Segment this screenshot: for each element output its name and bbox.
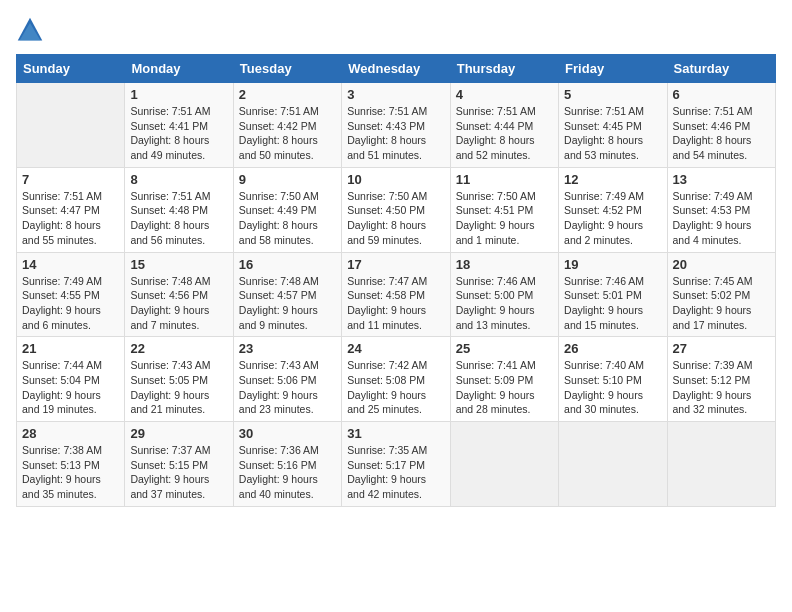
day-number: 25 — [456, 341, 553, 356]
day-number: 10 — [347, 172, 444, 187]
day-number: 29 — [130, 426, 227, 441]
day-cell: 23Sunrise: 7:43 AMSunset: 5:06 PMDayligh… — [233, 337, 341, 422]
week-row-1: 7Sunrise: 7:51 AMSunset: 4:47 PMDaylight… — [17, 167, 776, 252]
day-cell — [450, 422, 558, 507]
day-number: 23 — [239, 341, 336, 356]
day-number: 16 — [239, 257, 336, 272]
logo — [16, 16, 48, 44]
day-info: Sunrise: 7:36 AMSunset: 5:16 PMDaylight:… — [239, 443, 336, 502]
day-number: 14 — [22, 257, 119, 272]
header-sunday: Sunday — [17, 55, 125, 83]
day-info: Sunrise: 7:41 AMSunset: 5:09 PMDaylight:… — [456, 358, 553, 417]
header-thursday: Thursday — [450, 55, 558, 83]
header-tuesday: Tuesday — [233, 55, 341, 83]
day-number: 22 — [130, 341, 227, 356]
day-cell: 16Sunrise: 7:48 AMSunset: 4:57 PMDayligh… — [233, 252, 341, 337]
day-info: Sunrise: 7:51 AMSunset: 4:43 PMDaylight:… — [347, 104, 444, 163]
week-row-3: 21Sunrise: 7:44 AMSunset: 5:04 PMDayligh… — [17, 337, 776, 422]
day-cell: 30Sunrise: 7:36 AMSunset: 5:16 PMDayligh… — [233, 422, 341, 507]
day-number: 2 — [239, 87, 336, 102]
day-cell: 7Sunrise: 7:51 AMSunset: 4:47 PMDaylight… — [17, 167, 125, 252]
day-cell: 22Sunrise: 7:43 AMSunset: 5:05 PMDayligh… — [125, 337, 233, 422]
day-info: Sunrise: 7:51 AMSunset: 4:41 PMDaylight:… — [130, 104, 227, 163]
day-cell: 24Sunrise: 7:42 AMSunset: 5:08 PMDayligh… — [342, 337, 450, 422]
day-info: Sunrise: 7:51 AMSunset: 4:45 PMDaylight:… — [564, 104, 661, 163]
day-number: 4 — [456, 87, 553, 102]
calendar-table: SundayMondayTuesdayWednesdayThursdayFrid… — [16, 54, 776, 507]
day-info: Sunrise: 7:46 AMSunset: 5:01 PMDaylight:… — [564, 274, 661, 333]
day-number: 8 — [130, 172, 227, 187]
day-number: 19 — [564, 257, 661, 272]
day-cell: 1Sunrise: 7:51 AMSunset: 4:41 PMDaylight… — [125, 83, 233, 168]
day-number: 30 — [239, 426, 336, 441]
day-number: 6 — [673, 87, 770, 102]
day-info: Sunrise: 7:51 AMSunset: 4:44 PMDaylight:… — [456, 104, 553, 163]
day-number: 9 — [239, 172, 336, 187]
day-info: Sunrise: 7:47 AMSunset: 4:58 PMDaylight:… — [347, 274, 444, 333]
day-info: Sunrise: 7:48 AMSunset: 4:57 PMDaylight:… — [239, 274, 336, 333]
day-info: Sunrise: 7:51 AMSunset: 4:48 PMDaylight:… — [130, 189, 227, 248]
day-info: Sunrise: 7:44 AMSunset: 5:04 PMDaylight:… — [22, 358, 119, 417]
day-cell: 26Sunrise: 7:40 AMSunset: 5:10 PMDayligh… — [559, 337, 667, 422]
header-saturday: Saturday — [667, 55, 775, 83]
day-info: Sunrise: 7:48 AMSunset: 4:56 PMDaylight:… — [130, 274, 227, 333]
page-header — [16, 16, 776, 44]
day-cell — [667, 422, 775, 507]
day-number: 12 — [564, 172, 661, 187]
day-number: 17 — [347, 257, 444, 272]
day-cell — [17, 83, 125, 168]
day-cell: 14Sunrise: 7:49 AMSunset: 4:55 PMDayligh… — [17, 252, 125, 337]
day-info: Sunrise: 7:39 AMSunset: 5:12 PMDaylight:… — [673, 358, 770, 417]
day-info: Sunrise: 7:40 AMSunset: 5:10 PMDaylight:… — [564, 358, 661, 417]
day-info: Sunrise: 7:38 AMSunset: 5:13 PMDaylight:… — [22, 443, 119, 502]
day-number: 20 — [673, 257, 770, 272]
day-number: 1 — [130, 87, 227, 102]
day-number: 31 — [347, 426, 444, 441]
day-info: Sunrise: 7:42 AMSunset: 5:08 PMDaylight:… — [347, 358, 444, 417]
day-number: 21 — [22, 341, 119, 356]
day-number: 15 — [130, 257, 227, 272]
day-cell: 21Sunrise: 7:44 AMSunset: 5:04 PMDayligh… — [17, 337, 125, 422]
day-number: 18 — [456, 257, 553, 272]
day-number: 11 — [456, 172, 553, 187]
day-cell: 9Sunrise: 7:50 AMSunset: 4:49 PMDaylight… — [233, 167, 341, 252]
header-row: SundayMondayTuesdayWednesdayThursdayFrid… — [17, 55, 776, 83]
day-cell: 5Sunrise: 7:51 AMSunset: 4:45 PMDaylight… — [559, 83, 667, 168]
day-cell: 17Sunrise: 7:47 AMSunset: 4:58 PMDayligh… — [342, 252, 450, 337]
header-friday: Friday — [559, 55, 667, 83]
day-number: 7 — [22, 172, 119, 187]
day-cell: 28Sunrise: 7:38 AMSunset: 5:13 PMDayligh… — [17, 422, 125, 507]
day-info: Sunrise: 7:51 AMSunset: 4:42 PMDaylight:… — [239, 104, 336, 163]
day-info: Sunrise: 7:46 AMSunset: 5:00 PMDaylight:… — [456, 274, 553, 333]
day-cell: 20Sunrise: 7:45 AMSunset: 5:02 PMDayligh… — [667, 252, 775, 337]
day-cell: 2Sunrise: 7:51 AMSunset: 4:42 PMDaylight… — [233, 83, 341, 168]
day-info: Sunrise: 7:45 AMSunset: 5:02 PMDaylight:… — [673, 274, 770, 333]
day-number: 13 — [673, 172, 770, 187]
day-cell: 3Sunrise: 7:51 AMSunset: 4:43 PMDaylight… — [342, 83, 450, 168]
day-info: Sunrise: 7:49 AMSunset: 4:55 PMDaylight:… — [22, 274, 119, 333]
day-number: 24 — [347, 341, 444, 356]
day-number: 28 — [22, 426, 119, 441]
day-info: Sunrise: 7:50 AMSunset: 4:50 PMDaylight:… — [347, 189, 444, 248]
week-row-4: 28Sunrise: 7:38 AMSunset: 5:13 PMDayligh… — [17, 422, 776, 507]
day-number: 3 — [347, 87, 444, 102]
day-cell: 12Sunrise: 7:49 AMSunset: 4:52 PMDayligh… — [559, 167, 667, 252]
day-cell: 19Sunrise: 7:46 AMSunset: 5:01 PMDayligh… — [559, 252, 667, 337]
day-cell: 31Sunrise: 7:35 AMSunset: 5:17 PMDayligh… — [342, 422, 450, 507]
day-cell: 15Sunrise: 7:48 AMSunset: 4:56 PMDayligh… — [125, 252, 233, 337]
day-cell: 25Sunrise: 7:41 AMSunset: 5:09 PMDayligh… — [450, 337, 558, 422]
day-cell: 29Sunrise: 7:37 AMSunset: 5:15 PMDayligh… — [125, 422, 233, 507]
day-info: Sunrise: 7:50 AMSunset: 4:51 PMDaylight:… — [456, 189, 553, 248]
day-info: Sunrise: 7:43 AMSunset: 5:05 PMDaylight:… — [130, 358, 227, 417]
day-info: Sunrise: 7:35 AMSunset: 5:17 PMDaylight:… — [347, 443, 444, 502]
header-wednesday: Wednesday — [342, 55, 450, 83]
day-info: Sunrise: 7:51 AMSunset: 4:46 PMDaylight:… — [673, 104, 770, 163]
logo-icon — [16, 16, 44, 44]
day-cell: 8Sunrise: 7:51 AMSunset: 4:48 PMDaylight… — [125, 167, 233, 252]
day-info: Sunrise: 7:43 AMSunset: 5:06 PMDaylight:… — [239, 358, 336, 417]
day-cell: 18Sunrise: 7:46 AMSunset: 5:00 PMDayligh… — [450, 252, 558, 337]
day-info: Sunrise: 7:50 AMSunset: 4:49 PMDaylight:… — [239, 189, 336, 248]
day-info: Sunrise: 7:49 AMSunset: 4:52 PMDaylight:… — [564, 189, 661, 248]
day-cell: 13Sunrise: 7:49 AMSunset: 4:53 PMDayligh… — [667, 167, 775, 252]
day-cell — [559, 422, 667, 507]
